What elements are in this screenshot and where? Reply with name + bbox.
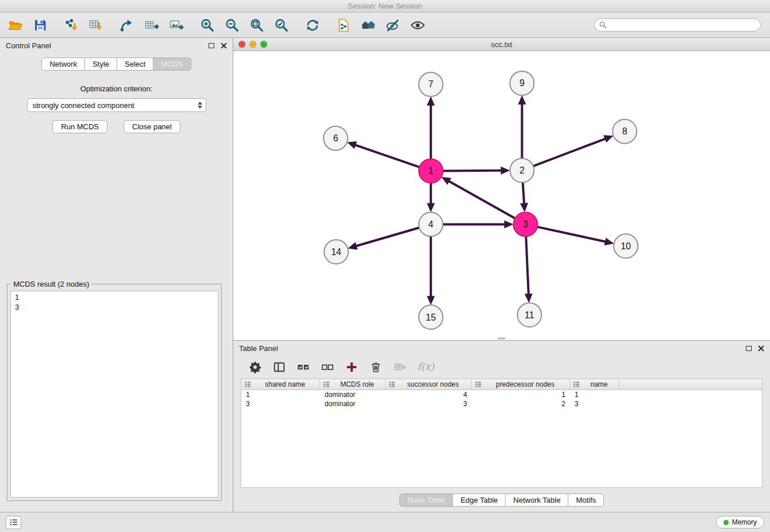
graph-node-14[interactable]: 14 [324, 240, 348, 264]
column-type-icon [388, 381, 395, 388]
network-graph: 7968124314101511 [233, 51, 770, 340]
table-cell-name: 1 [570, 390, 619, 399]
graph-node-6[interactable]: 6 [324, 126, 348, 151]
edge-2-8[interactable] [533, 135, 613, 166]
zoom-out-button[interactable] [224, 17, 241, 34]
optimization-criterion-label: Optimization criterion: [0, 84, 233, 93]
graph-node-11[interactable]: 11 [517, 303, 541, 327]
function-builder-button[interactable]: f(x) [416, 359, 432, 375]
node-label: 9 [519, 78, 525, 88]
edge-3-10[interactable] [537, 227, 614, 245]
table-row[interactable]: 3dominator323 [241, 399, 762, 408]
splitter-handle[interactable] [498, 337, 506, 340]
network-window-titlebar[interactable]: ×−+ scc.txt [233, 38, 770, 51]
delete-column-button[interactable] [368, 359, 383, 375]
export-image-button[interactable] [168, 17, 185, 34]
close-panel-button[interactable]: Close panel [124, 120, 180, 133]
toolbar-group [118, 17, 185, 34]
export-network-button[interactable] [118, 17, 136, 34]
column-type-icon [323, 381, 330, 388]
edge-3-1[interactable] [441, 177, 515, 218]
show-panels-button[interactable] [6, 516, 21, 529]
tab-select[interactable]: Select [117, 57, 153, 71]
memory-button[interactable]: Memory [716, 516, 764, 529]
column-header-shared-name[interactable]: shared name [241, 379, 320, 390]
home-layout-button[interactable] [360, 17, 377, 34]
save-icon [33, 18, 48, 33]
edge-1-6[interactable] [347, 141, 419, 167]
close-table-panel-icon[interactable] [758, 345, 764, 352]
tab-style[interactable]: Style [84, 57, 117, 71]
edge-1-2[interactable] [443, 167, 510, 175]
tab-network-table[interactable]: Network Table [505, 494, 568, 507]
graph-node-8[interactable]: 8 [613, 119, 637, 144]
graph-node-15[interactable]: 15 [419, 305, 443, 329]
graph-node-10[interactable]: 10 [614, 234, 638, 258]
column-header-mcds-role[interactable]: MCDS role [320, 379, 386, 390]
graph-node-2[interactable]: 2 [510, 159, 534, 183]
edge-4-3[interactable] [443, 220, 514, 228]
select-all-rows-button[interactable] [295, 359, 311, 375]
open-session-button[interactable] [7, 17, 24, 34]
edge-4-14[interactable] [348, 228, 419, 249]
memory-label: Memory [732, 518, 757, 526]
minimize-window-button[interactable]: − [249, 41, 256, 48]
graph-node-3[interactable]: 3 [513, 212, 537, 236]
right-column: ×−+ scc.txt 7968124314101511 Table Panel… [233, 38, 770, 512]
fx-icon: f(x) [418, 361, 430, 373]
network-canvas[interactable]: 7968124314101511 [233, 51, 770, 340]
close-panel-icon[interactable] [221, 43, 227, 49]
graph-node-1[interactable]: 1 [419, 159, 443, 183]
add-column-button[interactable] [344, 359, 359, 375]
toggle-panel-mode-button[interactable] [271, 359, 287, 375]
node-label: 7 [428, 79, 433, 89]
tab-edge-table[interactable]: Edge Table [452, 494, 506, 507]
export-table-button[interactable] [143, 17, 160, 34]
edge-3-11[interactable] [525, 236, 533, 303]
tab-node-table[interactable]: Node Table [399, 494, 453, 507]
zoom-in-button[interactable] [199, 17, 216, 34]
edge-1-4[interactable] [427, 183, 435, 213]
graph-node-7[interactable]: 7 [419, 72, 443, 97]
edge-4-15[interactable] [427, 236, 435, 305]
table-row[interactable]: 1dominator411 [241, 390, 762, 399]
graph-node-4[interactable]: 4 [419, 212, 443, 236]
table-panel-title: Table Panel [239, 344, 278, 353]
optimization-criterion-select[interactable]: strongly connected component [27, 98, 206, 112]
plus-icon [345, 361, 358, 373]
delete-table-button[interactable] [392, 359, 407, 375]
trash-icon [369, 361, 382, 373]
float-panel-icon[interactable] [209, 43, 214, 48]
mcds-result-list[interactable]: 13 [10, 291, 218, 498]
tab-network[interactable]: Network [41, 57, 85, 71]
control-panel-tabs: NetworkStyleSelectMCDS [0, 57, 233, 71]
network-document-button[interactable] [335, 17, 352, 34]
edge-2-9[interactable] [518, 95, 526, 159]
import-table-button[interactable] [87, 17, 105, 34]
node-label: 15 [426, 313, 436, 322]
float-table-panel-icon[interactable] [746, 346, 752, 351]
edge-1-7[interactable] [427, 97, 435, 159]
refresh-layout-button[interactable] [304, 17, 321, 34]
node-label: 14 [331, 247, 341, 257]
graph-node-9[interactable]: 9 [510, 71, 534, 95]
main-content: Control Panel NetworkStyleSelectMCDS Opt… [0, 38, 770, 512]
zoom-window-button[interactable]: + [260, 41, 267, 48]
column-header-name[interactable]: name [570, 379, 619, 390]
zoom-selected-button[interactable] [273, 17, 290, 34]
tab-mcds[interactable]: MCDS [153, 57, 191, 71]
close-window-button[interactable]: × [238, 41, 245, 48]
style-preview-button[interactable] [384, 17, 402, 34]
search-input[interactable] [594, 18, 761, 32]
run-mcds-button[interactable]: Run MCDS [52, 120, 107, 133]
table-settings-button[interactable] [247, 359, 263, 375]
show-hide-details-button[interactable] [409, 17, 426, 34]
save-session-button[interactable] [32, 17, 49, 34]
zoom-fit-button[interactable] [248, 17, 265, 34]
tab-motifs[interactable]: Motifs [568, 494, 604, 507]
import-network-button[interactable] [63, 17, 80, 34]
edge-2-3[interactable] [520, 183, 528, 213]
column-header-successor-nodes[interactable]: successor nodes [386, 379, 472, 390]
deselect-all-rows-button[interactable] [319, 359, 335, 375]
column-header-predecessor-nodes[interactable]: predecessor nodes [472, 379, 570, 390]
